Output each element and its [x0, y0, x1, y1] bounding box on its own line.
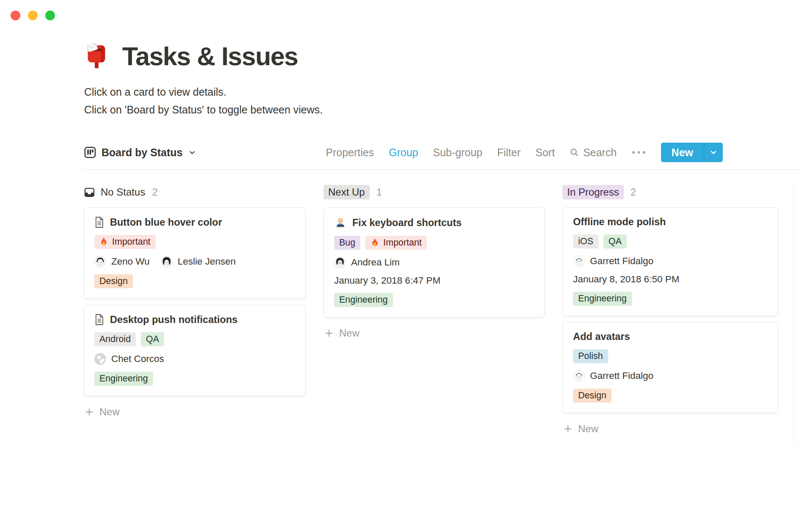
card-offline-mode-polish[interactable]: Offline mode polish iOS QA	[562, 207, 778, 316]
tag-polish: Polish	[573, 349, 608, 363]
card-title: Add avatars	[573, 331, 630, 342]
column-header: Next Up 1	[324, 185, 545, 200]
add-card-button[interactable]: New	[324, 326, 545, 341]
add-card-button[interactable]: New	[84, 404, 306, 420]
board-column-in-progress: In Progress 2 Offline mode polish iOS QA	[562, 185, 778, 436]
view-switcher-board-by-status[interactable]: Board by Status	[84, 146, 196, 159]
card-button-blue-hover-color[interactable]: Button blue hover color Important	[84, 207, 306, 299]
person-assignee: Chet Corcos	[94, 353, 164, 365]
more-options-button[interactable]	[631, 149, 646, 156]
toolbar-item-sort[interactable]: Sort	[535, 146, 555, 159]
description-line: Click on 'Board by Status' to toggle bet…	[84, 101, 323, 119]
card-title: Desktop push notifications	[110, 314, 238, 326]
fire-emoji	[99, 237, 108, 247]
andrea-lim-avatar	[334, 257, 346, 268]
view-switcher-label: Board by Status	[102, 146, 183, 159]
add-card-button[interactable]: New	[562, 421, 778, 436]
garrett-fidalgo-avatar	[573, 370, 585, 382]
card-fix-keyboard-shortcuts[interactable]: Fix keyboard shortcuts Bug Importan	[324, 207, 545, 318]
tag-engineering: Engineering	[573, 292, 632, 306]
tag-engineering: Engineering	[94, 372, 153, 386]
board-view-icon	[84, 146, 96, 159]
toolbar-item-properties[interactable]: Properties	[326, 146, 374, 159]
board-column-next-up: Next Up 1 Fix	[324, 185, 545, 436]
column-status-badge[interactable]: Next Up	[324, 185, 370, 199]
toolbar-divider	[84, 169, 800, 170]
search-button[interactable]: Search	[570, 146, 617, 159]
tag-qa: QA	[141, 332, 164, 346]
close-button[interactable]	[11, 11, 20, 20]
person-assignee: Andrea Lim	[334, 257, 400, 268]
toolbar-item-filter[interactable]: Filter	[497, 146, 521, 159]
card-date: January 3, 2018 6:47 PM	[334, 275, 534, 286]
plus-icon	[563, 424, 573, 433]
person-assignee: Leslie Jensen	[161, 256, 236, 268]
board-edge-guide	[794, 183, 794, 445]
column-count: 2	[631, 186, 636, 198]
fire-emoji	[370, 238, 379, 248]
person-name: Garrett Fidalgo	[590, 370, 653, 381]
person-assignee: Garrett Fidalgo	[573, 255, 653, 267]
new-button[interactable]: New	[661, 143, 723, 162]
person-name: Garrett Fidalgo	[590, 256, 653, 267]
default-person-avatar	[94, 353, 106, 365]
card-title: Offline mode polish	[573, 216, 666, 228]
kanban-board: No Status 2 Button blue hover color	[84, 185, 778, 436]
new-button-label: New	[661, 143, 704, 162]
new-button-chevron[interactable]	[704, 143, 723, 162]
column-status-badge[interactable]: In Progress	[562, 185, 624, 199]
page-description: Click on a card to view details. Click o…	[84, 83, 323, 119]
chevron-down-icon	[189, 149, 196, 156]
zeno-wu-avatar	[94, 256, 106, 268]
toolbar-item-group[interactable]: Group	[389, 146, 418, 159]
tag-engineering: Engineering	[334, 293, 393, 307]
page-icon	[94, 216, 104, 228]
postbox-emoji	[84, 43, 109, 70]
card-date: January 8, 2018 6:50 PM	[573, 274, 768, 285]
tag-ios: iOS	[573, 235, 598, 248]
tag-android: Android	[94, 332, 136, 346]
board-column-no-status: No Status 2 Button blue hover color	[84, 185, 306, 436]
zoom-button[interactable]	[45, 11, 55, 20]
person-name: Zeno Wu	[111, 256, 150, 267]
card-title: Button blue hover color	[110, 217, 222, 228]
tag-design: Design	[94, 274, 133, 288]
plus-icon	[324, 329, 334, 338]
person-assignee: Zeno Wu	[94, 256, 150, 268]
tag-design: Design	[573, 389, 612, 403]
column-count: 2	[152, 186, 157, 198]
person-name: Andrea Lim	[351, 257, 400, 268]
card-title: Fix keyboard shortcuts	[352, 217, 462, 229]
plus-icon	[85, 407, 94, 417]
card-desktop-push-notifications[interactable]: Desktop push notifications Android QA	[84, 305, 306, 396]
tag-important: Important	[94, 235, 156, 249]
minimize-button[interactable]	[28, 11, 38, 20]
page-header: Tasks & Issues Click on a card to view d…	[84, 41, 323, 119]
technologist-emoji	[334, 216, 347, 229]
toolbar-item-sub-group[interactable]: Sub-group	[433, 146, 483, 159]
column-status-label[interactable]: No Status	[101, 186, 145, 198]
window-controls	[11, 11, 55, 20]
app-window: Tasks & Issues Click on a card to view d…	[0, 0, 812, 508]
column-header: No Status 2	[84, 185, 306, 200]
view-toolbar: Board by Status Properties Group Sub-gro…	[84, 142, 800, 163]
person-assignee: Garrett Fidalgo	[573, 370, 653, 382]
search-label: Search	[583, 146, 617, 159]
page-icon	[94, 314, 104, 326]
card-add-avatars[interactable]: Add avatars Polish	[562, 322, 778, 413]
tag-bug: Bug	[334, 236, 360, 250]
description-line: Click on a card to view details.	[84, 83, 323, 101]
garrett-fidalgo-avatar	[573, 255, 585, 267]
search-icon	[570, 148, 579, 157]
person-name: Leslie Jensen	[178, 256, 236, 267]
column-header: In Progress 2	[562, 185, 778, 200]
person-name: Chet Corcos	[111, 353, 164, 364]
tag-qa: QA	[604, 235, 627, 248]
leslie-jensen-avatar	[161, 256, 173, 268]
toolbar-actions: Properties Group Sub-group Filter Sort S…	[326, 143, 723, 162]
tag-important: Important	[365, 236, 427, 250]
page-title: Tasks & Issues	[122, 41, 298, 71]
column-count: 1	[376, 186, 382, 198]
inbox-icon	[84, 187, 95, 198]
